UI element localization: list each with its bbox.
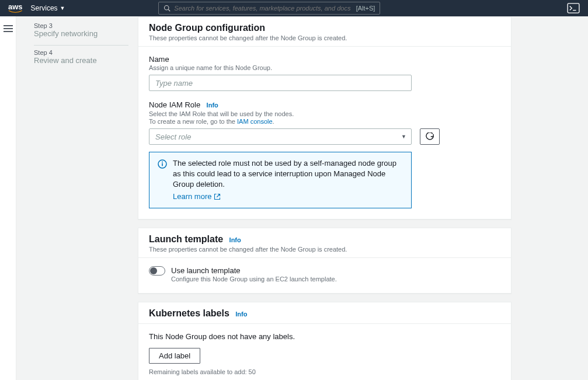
launch-info-link[interactable]: Info bbox=[229, 236, 241, 243]
labels-info-link[interactable]: Info bbox=[235, 311, 247, 318]
main-content: Node Group configuration These propertie… bbox=[138, 16, 588, 380]
sidebar-collapse-column bbox=[0, 16, 16, 380]
info-box-text: The selected role must not be used by a … bbox=[173, 159, 396, 189]
svg-line-1 bbox=[169, 9, 171, 11]
step-number: Step 3 bbox=[34, 22, 128, 29]
services-menu-button[interactable]: Services ▼ bbox=[31, 4, 65, 12]
page-layout: Step 3 Specify networking Step 4 Review … bbox=[0, 16, 588, 380]
iam-console-link[interactable]: IAM console bbox=[237, 118, 273, 125]
external-link-icon bbox=[214, 193, 221, 200]
panel-title: Launch template bbox=[149, 234, 223, 244]
search-input[interactable] bbox=[174, 5, 352, 12]
top-navigation: aws Services ▼ [Alt+S] bbox=[0, 0, 588, 16]
panel-header: Node Group configuration These propertie… bbox=[138, 17, 511, 47]
refresh-icon bbox=[426, 133, 434, 141]
refresh-roles-button[interactable] bbox=[420, 128, 440, 145]
panel-description: These properties cannot be changed after… bbox=[149, 246, 500, 253]
toggle-hint: Configure this Node Group using an EC2 l… bbox=[171, 276, 337, 283]
kubernetes-labels-panel: Kubernetes labels Info This Node Group d… bbox=[138, 302, 512, 380]
step-number: Step 4 bbox=[34, 49, 128, 56]
svg-rect-9 bbox=[162, 163, 163, 166]
wizard-steps: Step 3 Specify networking Step 4 Review … bbox=[16, 16, 138, 380]
panel-description: These properties cannot be changed after… bbox=[149, 34, 500, 41]
panel-header: Kubernetes labels Info bbox=[138, 302, 511, 324]
toggle-label: Use launch template bbox=[171, 266, 337, 275]
iam-hint-1: Select the IAM Role that will be used by… bbox=[149, 110, 500, 117]
iam-hint-suffix: . bbox=[273, 118, 274, 125]
step-title: Specify networking bbox=[34, 29, 128, 39]
step-3[interactable]: Step 3 Specify networking bbox=[34, 22, 128, 45]
search-shortcut: [Alt+S] bbox=[356, 5, 375, 12]
add-label-button[interactable]: Add label bbox=[149, 348, 200, 364]
empty-labels-text: This Node Group does not have any labels… bbox=[149, 332, 500, 341]
cloudshell-icon[interactable] bbox=[567, 3, 580, 13]
svg-line-10 bbox=[217, 194, 220, 197]
search-box[interactable]: [Alt+S] bbox=[158, 2, 380, 15]
panel-title: Node Group configuration bbox=[149, 23, 265, 33]
name-hint: Assign a unique name for this Node Group… bbox=[149, 64, 500, 71]
name-label: Name bbox=[149, 55, 500, 64]
step-4[interactable]: Step 4 Review and create bbox=[34, 45, 128, 72]
menu-icon bbox=[4, 25, 13, 33]
search-icon bbox=[163, 5, 171, 12]
panel-header: Launch template Info These properties ca… bbox=[138, 228, 511, 258]
iam-hint-prefix: To create a new role, go to the bbox=[149, 118, 237, 125]
svg-rect-2 bbox=[568, 4, 579, 13]
iam-hint-2: To create a new role, go to the IAM cons… bbox=[149, 118, 500, 125]
services-label: Services bbox=[31, 4, 58, 12]
learn-more-link[interactable]: Learn more bbox=[173, 191, 221, 202]
caret-down-icon: ▼ bbox=[401, 134, 406, 140]
iam-info-link[interactable]: Info bbox=[207, 102, 218, 109]
search-container: [Alt+S] bbox=[158, 2, 380, 15]
step-title: Review and create bbox=[34, 56, 128, 66]
iam-role-select[interactable]: Select role ▼ bbox=[149, 128, 412, 145]
aws-swoosh bbox=[8, 10, 23, 13]
learn-more-text: Learn more bbox=[173, 191, 211, 202]
caret-down-icon: ▼ bbox=[60, 5, 65, 11]
panel-title: Kubernetes labels bbox=[149, 308, 229, 318]
remaining-labels-text: Remaining labels available to add: 50 bbox=[149, 368, 500, 375]
iam-role-label: Node IAM Role bbox=[149, 100, 200, 109]
name-input[interactable] bbox=[149, 75, 412, 91]
menu-toggle-button[interactable] bbox=[4, 25, 13, 33]
iam-role-info-box: The selected role must not be used by a … bbox=[149, 152, 412, 208]
select-placeholder: Select role bbox=[155, 133, 191, 141]
use-launch-template-toggle[interactable] bbox=[149, 266, 165, 276]
launch-template-panel: Launch template Info These properties ca… bbox=[138, 228, 512, 294]
node-group-config-panel: Node Group configuration These propertie… bbox=[138, 16, 512, 219]
svg-point-0 bbox=[165, 6, 169, 11]
svg-point-8 bbox=[162, 162, 163, 163]
info-icon bbox=[158, 159, 167, 202]
aws-logo[interactable]: aws bbox=[8, 3, 23, 13]
